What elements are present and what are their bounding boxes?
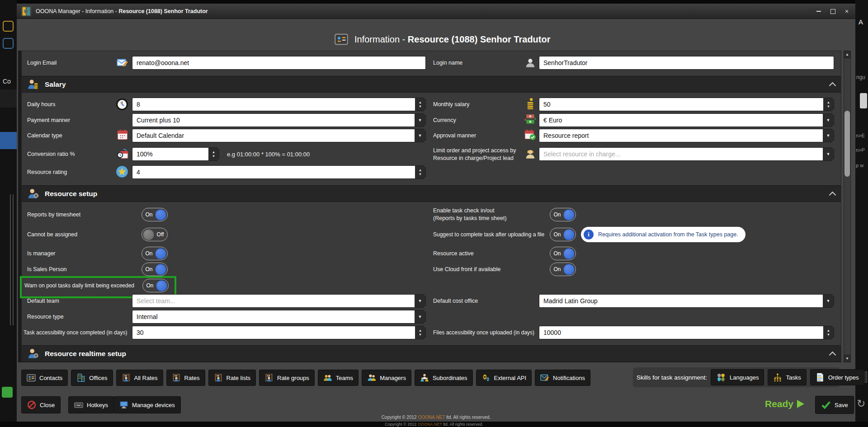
login-name-input[interactable]	[543, 59, 834, 66]
use-cloud-front-toggle[interactable]: On	[550, 263, 576, 276]
section-salary[interactable]: Salary	[21, 76, 841, 93]
spinner-buttons[interactable]: ▲▼	[823, 98, 834, 111]
section-resource-setup[interactable]: Resource setup	[21, 185, 841, 202]
default-team-select[interactable]: Select team... ▼	[132, 294, 426, 308]
conversion-ratio-field[interactable]: ▲▼	[132, 147, 219, 161]
resource-rating-input[interactable]	[137, 169, 415, 176]
manage-devices-button[interactable]: Manage devices	[113, 396, 181, 413]
languages-button[interactable]: Languages	[711, 369, 764, 385]
spin-up-icon[interactable]: ▲	[419, 168, 422, 172]
subordinates-button[interactable]: Subordinates	[415, 370, 473, 386]
suggest-complete-task-toggle[interactable]: On	[550, 228, 576, 241]
toggle-knob	[563, 229, 575, 240]
spin-down-icon[interactable]: ▼	[419, 333, 422, 337]
spin-down-icon[interactable]: ▼	[419, 172, 422, 176]
payment-manner-select[interactable]: Current plus 10 ▼	[132, 113, 426, 127]
conversion-ratio-input[interactable]	[137, 150, 208, 158]
abacus-person-icon	[122, 373, 131, 382]
is-sales-person-toggle[interactable]: On	[142, 263, 168, 276]
teams-button[interactable]: Teams	[318, 370, 359, 386]
save-button[interactable]: Save	[815, 396, 854, 414]
notifications-button[interactable]: Notifications	[535, 370, 590, 386]
dropdown-arrow-icon[interactable]: ▼	[823, 114, 834, 127]
spin-down-icon[interactable]: ▼	[212, 154, 215, 158]
background-scroll-thumb-fragment[interactable]	[860, 93, 867, 108]
managers-button[interactable]: Managers	[362, 370, 411, 386]
resource-active-toggle[interactable]: On	[550, 247, 576, 260]
dropdown-arrow-icon[interactable]: ▼	[415, 129, 425, 142]
rates-button[interactable]: Rates	[166, 370, 205, 386]
cannot-be-assigned-label: Cannot be assigned	[27, 231, 77, 239]
cannot-be-assigned-toggle[interactable]: Off	[142, 228, 168, 241]
contacts-button[interactable]: Contacts	[21, 370, 68, 386]
home-icon[interactable]	[3, 21, 14, 32]
window-titlebar[interactable]: OOONA Manager - Information - Resource (…	[17, 4, 855, 19]
external-api-button[interactable]: External API	[476, 370, 532, 386]
files-accessibility-field[interactable]: ▲▼	[539, 326, 834, 339]
spinner-buttons[interactable]: ▲▼	[208, 148, 219, 160]
dropdown-arrow-icon[interactable]: ▼	[415, 295, 425, 307]
daily-hours-field[interactable]: ▲▼	[132, 98, 426, 111]
monthly-salary-input[interactable]	[543, 101, 823, 108]
enable-task-check-toggle[interactable]: On	[550, 208, 576, 221]
login-email-input[interactable]	[137, 59, 425, 66]
dropdown-arrow-icon[interactable]: ▼	[823, 129, 834, 142]
sidebar-icon[interactable]	[3, 38, 14, 49]
background-green-button-fragment[interactable]	[2, 387, 13, 398]
spinner-buttons[interactable]: ▲▼	[823, 326, 834, 339]
tasks-button[interactable]: Tasks	[768, 369, 806, 385]
spin-down-icon[interactable]: ▼	[419, 104, 422, 108]
dropdown-arrow-icon[interactable]: ▼	[823, 295, 834, 307]
skills-panel: Skills for task assignment: Languages Ta…	[633, 367, 840, 387]
calendar-type-select[interactable]: Default Calendar ▼	[132, 129, 426, 142]
spin-up-icon[interactable]: ▲	[212, 150, 215, 154]
login-email-field[interactable]	[132, 56, 426, 70]
close-button[interactable]: Close	[21, 396, 61, 413]
form-scrollbar[interactable]	[844, 51, 851, 362]
scroll-up-icon[interactable]: ▲	[844, 51, 851, 58]
warn-pool-tasks-toggle[interactable]: On	[142, 279, 169, 292]
spin-up-icon[interactable]: ▲	[419, 100, 422, 104]
spin-up-icon[interactable]: ▲	[827, 328, 830, 333]
daily-hours-input[interactable]	[137, 101, 415, 108]
toggle-knob	[155, 264, 166, 275]
dropdown-arrow-icon[interactable]: ▼	[415, 310, 425, 323]
offices-button[interactable]: Offices	[71, 370, 113, 386]
minimize-button[interactable]	[813, 7, 825, 15]
monthly-salary-field[interactable]: ▲▼	[539, 98, 834, 111]
resource-in-charge-select[interactable]: Select resource in charge... ▼	[539, 147, 834, 161]
approval-manner-select[interactable]: Resource report ▼	[539, 129, 834, 142]
spin-down-icon[interactable]: ▼	[827, 104, 830, 108]
order-types-button[interactable]: Order types	[810, 369, 864, 385]
maximize-button[interactable]	[827, 7, 839, 15]
spinner-buttons[interactable]: ▲▼	[415, 98, 425, 111]
login-name-field[interactable]	[539, 56, 834, 70]
all-rates-button[interactable]: All Rates	[116, 370, 163, 386]
task-accessibility-field[interactable]: ▲▼	[132, 326, 426, 339]
toggle-state-label: On	[551, 211, 563, 218]
close-window-button[interactable]: ×	[841, 7, 853, 15]
spinner-buttons[interactable]: ▲▼	[415, 326, 425, 339]
files-accessibility-input[interactable]	[543, 329, 823, 336]
dropdown-arrow-icon[interactable]: ▼	[823, 148, 834, 160]
scroll-down-icon[interactable]: ▼	[844, 355, 851, 362]
is-manager-toggle[interactable]: On	[142, 247, 168, 260]
spin-down-icon[interactable]: ▼	[827, 333, 830, 337]
scrollbar-thumb[interactable]	[844, 111, 850, 177]
resource-type-select[interactable]: Internal ▼	[132, 310, 426, 324]
resource-rating-field[interactable]: ▲▼	[132, 165, 426, 179]
default-cost-office-select[interactable]: Madrid Latin Group ▼	[539, 294, 834, 308]
section-resource-realtime-setup[interactable]: Resource realtime setup	[21, 345, 841, 362]
spinner-buttons[interactable]: ▲▼	[415, 166, 425, 178]
spin-up-icon[interactable]: ▲	[419, 328, 422, 333]
clock-calendar-icon	[117, 148, 128, 160]
dropdown-arrow-icon[interactable]: ▼	[415, 114, 425, 127]
hotkeys-button[interactable]: Hotkeys	[68, 396, 114, 413]
currency-select[interactable]: € Euro ▼	[539, 113, 834, 127]
rate-groups-button[interactable]: Rate groups	[259, 370, 315, 386]
reports-by-timesheet-toggle[interactable]: On	[142, 208, 168, 221]
task-accessibility-input[interactable]	[137, 329, 415, 336]
refresh-icon[interactable]: ↻	[857, 398, 865, 410]
rate-lists-button[interactable]: Rate lists	[208, 370, 256, 386]
spin-up-icon[interactable]: ▲	[827, 100, 830, 104]
